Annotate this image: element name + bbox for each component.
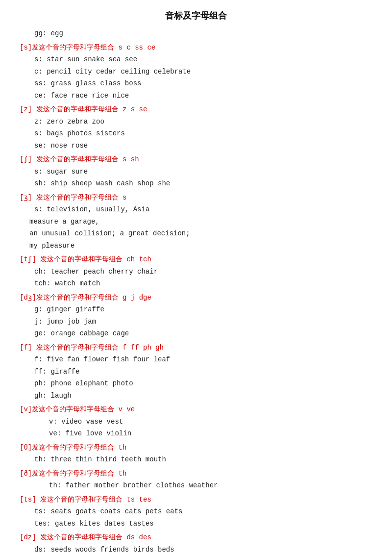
section-ts: [ts] 发这个音的字母和字母组合 ts tests: seats goats … <box>20 494 372 530</box>
section-header: [ʒ] 发这个音的字母和字母组合 s <box>20 192 372 204</box>
section-header: [z] 发这个音的字母和字母组合 z s se <box>20 103 372 116</box>
content-line: my pleasure <box>20 240 372 252</box>
phonetic-symbol: [s]发这个音的字母和字母组合 s c ss ce <box>20 44 155 51</box>
section-dz2: [dz] 发这个音的字母和字母组合 ds desds: seeds woods … <box>20 531 372 555</box>
content-line: c: pencil city cedar ceiling celebrate <box>20 66 372 78</box>
section-theta: [θ]发这个音的字母和字母组合 thth: three thin third t… <box>20 442 372 466</box>
phonetic-symbol: [ts] 发这个音的字母和字母组合 ts tes <box>20 496 151 504</box>
phonetic-symbol: [tʃ] 发这个音的字母和字母组合 ch tch <box>20 255 151 263</box>
section-header: [tʃ] 发这个音的字母和字母组合 ch tch <box>20 253 372 266</box>
content-line: th: father mother brother clothes weathe… <box>20 479 372 492</box>
phonetic-symbol: [ʒ] 发这个音的字母和字母组合 s <box>20 194 126 202</box>
content-line: ff: giraffe <box>20 366 372 378</box>
section-header: [f] 发这个音的字母和字母组合 f ff ph gh <box>20 342 372 354</box>
content-line: ds: seeds woods friends birds beds <box>20 544 372 555</box>
section-header: [dz] 发这个音的字母和字母组合 ds des <box>20 531 372 544</box>
content-line: s: bags photos sisters <box>20 127 372 140</box>
section-header: [ts] 发这个音的字母和字母组合 ts tes <box>20 494 372 506</box>
section-s: [s]发这个音的字母和字母组合 s c ss ces: star sun sna… <box>20 42 372 102</box>
content-line: sh: ship sheep wash cash shop she <box>20 177 372 190</box>
section-header: [v]发这个音的字母和字母组合 v ve <box>20 404 372 416</box>
content-line: th: three thin third teeth mouth <box>20 454 372 466</box>
content-line: ph: phone elephant photo <box>20 378 372 390</box>
phonetic-symbol: [∫] 发这个音的字母和字母组合 s sh <box>20 155 139 163</box>
section-gg: gg: egg <box>20 27 372 40</box>
content-line: gg: egg <box>20 27 372 40</box>
section-eth: [ð]发这个音的字母和字母组合 thth: father mother brot… <box>20 468 372 492</box>
phonetic-symbol: [z] 发这个音的字母和字母组合 z s se <box>20 105 147 113</box>
section-header: [ð]发这个音的字母和字母组合 th <box>20 468 372 480</box>
section-header: [∫] 发这个音的字母和字母组合 s sh <box>20 153 372 166</box>
section-v: [v]发这个音的字母和字母组合 v vev: video vase vestve… <box>20 404 372 440</box>
page-title: 音标及字母组合 <box>20 10 372 22</box>
content-line: v: video vase vest <box>20 416 372 428</box>
content-line: j: jump job jam <box>20 316 372 328</box>
content-line: an unusual collision; a great decision; <box>20 227 372 240</box>
section-sh: [∫] 发这个音的字母和字母组合 s shs: sugar suresh: sh… <box>20 153 372 190</box>
content-line: s: sugar sure <box>20 166 372 178</box>
phonetic-symbol: [f] 发这个音的字母和字母组合 f ff ph gh <box>20 344 164 352</box>
content-line: s: television, usually, Asia <box>20 203 372 216</box>
content-line: g: ginger giraffe <box>20 303 372 316</box>
section-z: [z] 发这个音的字母和字母组合 z s sez: zero zebra zoo… <box>20 103 372 151</box>
phonetic-symbol: [v]发这个音的字母和字母组合 v ve <box>20 405 135 413</box>
content-line: z: zero zebra zoo <box>20 116 372 128</box>
content-line: gh: laugh <box>20 390 372 402</box>
content-line: ce: face race rice nice <box>20 90 372 102</box>
section-f: [f] 发这个音的字母和字母组合 f ff ph ghf: five fan f… <box>20 342 372 402</box>
section-tsh: [tʃ] 发这个音的字母和字母组合 ch tchch: teacher peac… <box>20 253 372 290</box>
content-line: tes: gates kites dates tastes <box>20 518 372 530</box>
content-line: ss: grass glass class boss <box>20 77 372 90</box>
phonetic-symbol: [ð]发这个音的字母和字母组合 th <box>20 470 126 478</box>
content-line: ge: orange cabbage cage <box>20 328 372 340</box>
section-header: [s]发这个音的字母和字母组合 s c ss ce <box>20 42 372 54</box>
section-header: [θ]发这个音的字母和字母组合 th <box>20 442 372 454</box>
content-line: tch: watch match <box>20 278 372 290</box>
content-line: ts: seats goats coats cats pets eats <box>20 505 372 518</box>
phonetic-symbol: [dʒ]发这个音的字母和字母组合 g j dge <box>20 294 151 302</box>
content-line: s: star sun snake sea see <box>20 53 372 66</box>
phonetic-symbol: [θ]发这个音的字母和字母组合 th <box>20 444 126 452</box>
section-dz: [dʒ]发这个音的字母和字母组合 g j dgeg: ginger giraff… <box>20 292 372 340</box>
section-zh: [ʒ] 发这个音的字母和字母组合 ss: television, usually… <box>20 192 372 252</box>
section-header: [dʒ]发这个音的字母和字母组合 g j dge <box>20 292 372 304</box>
main-content: gg: egg[s]发这个音的字母和字母组合 s c ss ces: star … <box>20 27 372 555</box>
content-line: ve: five love violin <box>20 428 372 440</box>
content-line: ch: teacher peach cherry chair <box>20 266 372 278</box>
content-line: f: five fan flower fish four leaf <box>20 353 372 366</box>
content-line: measure a garage, <box>20 216 372 228</box>
phonetic-symbol: [dz] 发这个音的字母和字母组合 ds des <box>20 533 151 541</box>
content-line: se: nose rose <box>20 140 372 152</box>
